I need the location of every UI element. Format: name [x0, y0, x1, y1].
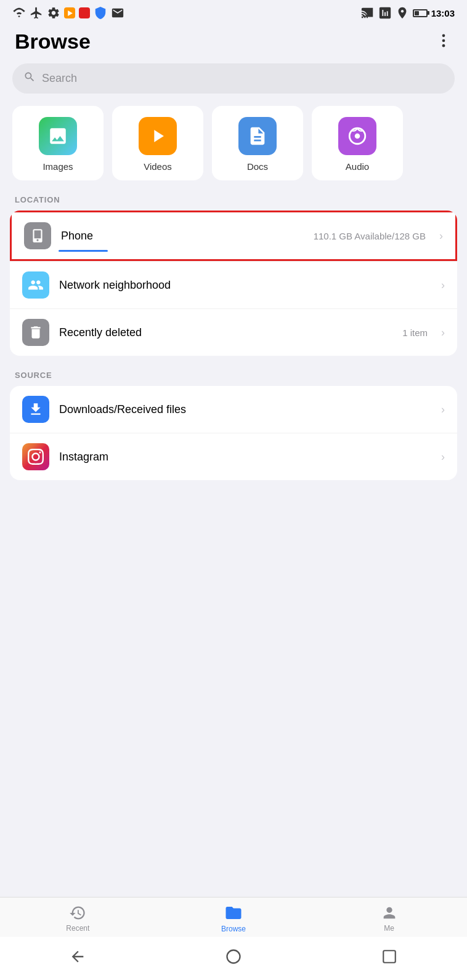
bottom-navigation: Recent Browse Me — [0, 897, 467, 937]
recents-button[interactable] — [377, 944, 402, 969]
videos-icon — [139, 117, 177, 155]
images-icon — [39, 117, 77, 155]
docs-icon — [238, 117, 277, 155]
phone-icon — [24, 222, 51, 249]
status-left-icons — [12, 6, 124, 20]
back-button[interactable] — [65, 944, 90, 969]
nav-recent-label: Recent — [66, 924, 89, 933]
phone-item-title: Phone — [61, 230, 304, 243]
search-placeholder: Search — [42, 72, 77, 85]
recently-deleted-text: Recently deleted — [59, 326, 392, 339]
phone-underline — [59, 250, 108, 252]
recently-deleted-list-item[interactable]: Recently deleted 1 item › — [10, 308, 457, 356]
clock-icon — [69, 904, 86, 922]
category-images[interactable]: Images — [12, 106, 104, 180]
phone-item-meta: 110.1 GB Available/128 GB — [314, 231, 426, 241]
search-container: Search — [0, 63, 467, 106]
status-bar: 13:03 — [0, 0, 467, 23]
downloads-text: Downloads/Received files — [59, 403, 431, 416]
mail-icon — [111, 6, 124, 20]
svg-point-1 — [442, 34, 445, 37]
svg-point-3 — [442, 44, 445, 47]
downloads-chevron-icon: › — [441, 403, 445, 416]
person-icon — [381, 904, 398, 922]
category-videos[interactable]: Videos — [112, 106, 203, 180]
wifi-icon — [12, 6, 26, 20]
airplane-icon — [30, 6, 43, 20]
search-icon — [23, 71, 36, 86]
vpn-icon — [94, 6, 107, 20]
network-item-text: Network neighborhood — [59, 279, 431, 292]
downloads-title: Downloads/Received files — [59, 403, 431, 416]
phone-chevron-icon: › — [439, 230, 443, 243]
images-label: Images — [43, 161, 73, 172]
instagram-list-item[interactable]: Instagram › — [10, 433, 457, 480]
download-icon — [22, 396, 49, 423]
location-section-label: LOCATION — [0, 195, 467, 211]
trash-icon — [22, 319, 49, 346]
network-icon — [22, 271, 49, 299]
source-section-label: SOURCE — [0, 371, 467, 386]
audio-icon — [338, 117, 376, 155]
page-header: Browse — [0, 23, 467, 63]
recently-deleted-meta: 1 item — [402, 327, 428, 338]
instagram-chevron-icon: › — [441, 451, 445, 464]
time-display: 13:03 — [431, 8, 455, 18]
source-card: Downloads/Received files › Instagram › — [10, 386, 457, 480]
location-card: Phone 110.1 GB Available/128 GB › Networ… — [10, 211, 457, 356]
svg-rect-7 — [383, 950, 396, 963]
nav-recent[interactable]: Recent — [47, 904, 108, 933]
system-navigation — [0, 937, 467, 980]
downloads-list-item[interactable]: Downloads/Received files › — [10, 386, 457, 433]
media-app-icon — [64, 7, 75, 18]
folder-icon — [224, 904, 243, 922]
search-bar[interactable]: Search — [12, 63, 455, 94]
network-list-item[interactable]: Network neighborhood › — [10, 261, 457, 308]
svg-marker-0 — [68, 10, 73, 16]
nav-browse[interactable]: Browse — [203, 904, 264, 933]
recently-deleted-title: Recently deleted — [59, 326, 392, 339]
docs-label: Docs — [247, 161, 268, 172]
instagram-title: Instagram — [59, 451, 431, 464]
category-docs[interactable]: Docs — [212, 106, 303, 180]
category-audio[interactable]: Audio — [312, 106, 403, 180]
network-chevron-icon: › — [441, 279, 445, 292]
svg-point-2 — [442, 39, 445, 42]
instagram-icon — [22, 443, 49, 470]
cast-icon — [361, 6, 375, 20]
instagram-text: Instagram — [59, 451, 431, 464]
battery-icon — [413, 9, 428, 17]
nav-browse-label: Browse — [221, 925, 246, 933]
network-item-title: Network neighborhood — [59, 279, 431, 292]
gear-icon — [47, 6, 60, 20]
recently-deleted-chevron-icon: › — [441, 326, 445, 339]
phone-list-item[interactable]: Phone 110.1 GB Available/128 GB › — [10, 211, 457, 261]
status-right-icons: 13:03 — [361, 6, 455, 20]
page-title: Browse — [15, 30, 91, 54]
location-icon — [396, 6, 409, 20]
categories-row: Images Videos Docs Audio — [0, 106, 467, 195]
audio-label: Audio — [346, 161, 369, 172]
home-button[interactable] — [221, 944, 246, 969]
svg-point-5 — [355, 134, 360, 139]
phone-item-text: Phone — [61, 230, 304, 243]
nav-me[interactable]: Me — [359, 904, 420, 933]
nfc-icon — [378, 6, 392, 20]
more-menu-button[interactable] — [435, 32, 452, 52]
videos-label: Videos — [144, 161, 172, 172]
nav-me-label: Me — [384, 924, 394, 933]
svg-point-6 — [227, 950, 240, 963]
red-app-icon — [79, 7, 90, 18]
